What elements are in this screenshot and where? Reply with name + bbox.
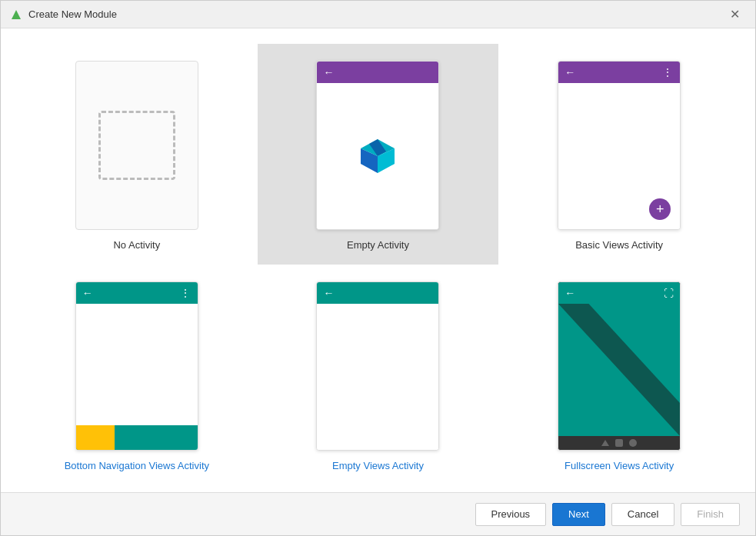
bottom-nav-preview: ← ⋮	[75, 281, 198, 451]
bottom-nav-label: Bottom Navigation Views Activity	[65, 460, 209, 471]
empty-views-label: Empty Views Activity	[332, 460, 424, 471]
overflow-menu-icon: ⋮	[180, 287, 191, 299]
nav-item-3	[156, 425, 198, 450]
template-fullscreen[interactable]: ← ⛶ Fullscreen Views Activity	[498, 265, 740, 485]
nav-item-2	[115, 425, 156, 450]
empty-activity-preview: ←	[316, 61, 439, 230]
title-bar: Create New Module ✕	[1, 1, 755, 28]
fullscreen-body	[558, 304, 680, 436]
home-soft-key	[615, 439, 623, 447]
content-area: No Activity ←	[1, 28, 755, 492]
empty-views-preview: ←	[316, 281, 439, 451]
empty-activity-body	[317, 83, 438, 229]
back-soft-key	[601, 440, 609, 446]
template-grid: No Activity ←	[16, 44, 740, 485]
overflow-menu-icon: ⋮	[662, 66, 674, 78]
footer: Previous Next Cancel Finish	[1, 492, 755, 535]
fullscreen-label: Fullscreen Views Activity	[565, 460, 674, 471]
previous-button[interactable]: Previous	[475, 503, 547, 526]
fullscreen-icon: ⛶	[664, 288, 674, 299]
empty-views-body	[317, 304, 438, 450]
back-arrow-icon: ←	[323, 287, 334, 299]
soft-keys-bar	[558, 436, 680, 450]
fullscreen-header: ← ⛶	[558, 282, 680, 304]
template-bottom-nav[interactable]: ← ⋮ Bottom Navigation Views Activity	[16, 265, 258, 485]
back-arrow-icon: ←	[323, 66, 334, 78]
back-arrow-icon: ←	[82, 287, 93, 299]
no-activity-preview	[75, 61, 198, 230]
bottom-nav-body	[76, 304, 198, 425]
no-activity-label: No Activity	[113, 239, 160, 251]
next-button[interactable]: Next	[552, 503, 605, 526]
empty-activity-label: Empty Activity	[347, 239, 409, 251]
empty-activity-header: ←	[317, 62, 438, 83]
main-window: Create New Module ✕ No Activity ←	[0, 0, 756, 536]
basic-views-preview: ← ⋮ +	[558, 61, 681, 230]
fullscreen-preview: ← ⛶	[558, 281, 681, 451]
basic-views-header: ← ⋮	[558, 62, 680, 83]
android-cube-icon	[356, 135, 399, 178]
template-empty-activity[interactable]: ←	[258, 44, 499, 265]
svg-marker-0	[12, 10, 21, 19]
basic-views-label: Basic Views Activity	[575, 239, 663, 251]
template-no-activity[interactable]: No Activity	[16, 44, 258, 265]
app-icon	[10, 8, 22, 21]
svg-marker-6	[558, 304, 680, 436]
bottom-nav-header: ← ⋮	[76, 282, 198, 304]
nav-item-selected	[76, 425, 115, 450]
template-basic-views[interactable]: ← ⋮ + Basic Views Activity	[498, 44, 740, 265]
window-title: Create New Module	[28, 8, 724, 20]
bottom-navigation-bar	[76, 425, 198, 450]
template-empty-views[interactable]: ← Empty Views Activity	[258, 265, 499, 485]
finish-button[interactable]: Finish	[681, 503, 740, 526]
back-arrow-icon: ←	[565, 287, 575, 299]
dashed-placeholder	[98, 111, 175, 180]
close-button[interactable]: ✕	[724, 4, 746, 25]
empty-views-header: ←	[317, 282, 438, 304]
plus-fab-icon: +	[649, 198, 671, 220]
cancel-button[interactable]: Cancel	[611, 503, 674, 526]
back-arrow-icon: ←	[565, 66, 575, 78]
diagonal-decoration	[558, 304, 680, 436]
recents-soft-key	[629, 439, 637, 447]
basic-views-body: +	[558, 83, 680, 229]
